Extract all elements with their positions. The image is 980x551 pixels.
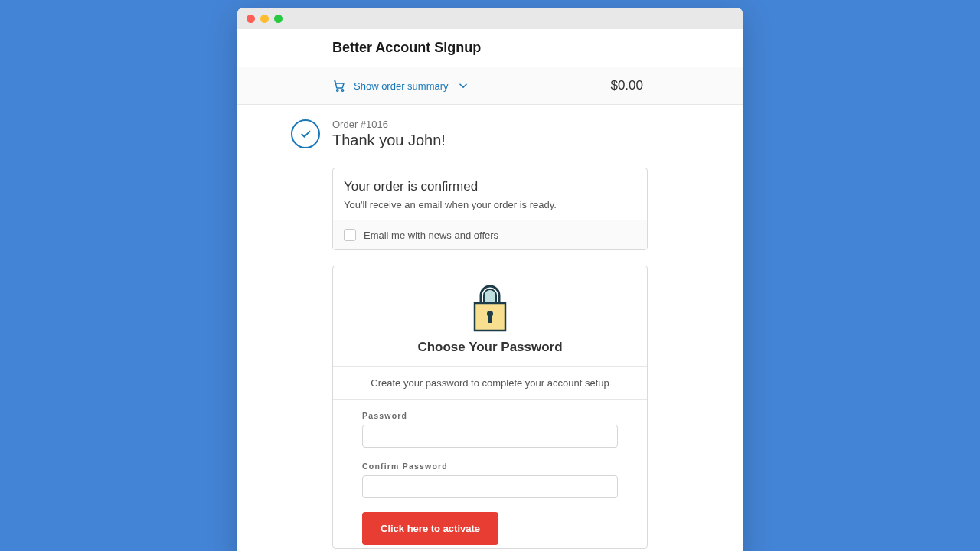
password-label: Password: [362, 411, 618, 420]
order-confirmed-card: Your order is confirmed You'll receive a…: [332, 168, 648, 250]
maximize-icon[interactable]: [274, 15, 283, 23]
newsletter-row: Email me with news and offers: [333, 220, 647, 249]
app-window: Better Account Signup Show order summary…: [237, 8, 743, 551]
svg-point-1: [341, 90, 343, 91]
order-total: $0.00: [610, 78, 724, 93]
password-title: Choose Your Password: [344, 340, 636, 355]
confirm-password-label: Confirm Password: [362, 461, 618, 471]
order-summary-label: Show order summary: [354, 80, 449, 92]
password-card: Choose Your Password Create your passwor…: [332, 266, 648, 549]
svg-point-0: [337, 90, 338, 91]
chevron-down-icon: [456, 79, 470, 93]
checkmark-icon: [291, 119, 320, 148]
page-title: Better Account Signup: [332, 40, 743, 56]
cart-icon: [332, 79, 346, 93]
thank-you-block: Order #1016 Thank you John!: [237, 105, 743, 160]
order-summary-bar: Show order summary $0.00: [237, 67, 743, 105]
page-header: Better Account Signup: [237, 29, 743, 67]
newsletter-label: Email me with news and offers: [364, 230, 498, 241]
thank-you-text: Order #1016 Thank you John!: [332, 119, 446, 149]
activate-button[interactable]: Click here to activate: [362, 512, 498, 545]
confirmed-title: Your order is confirmed: [344, 179, 636, 194]
newsletter-checkbox[interactable]: [344, 229, 356, 241]
order-summary-toggle[interactable]: Show order summary: [332, 79, 470, 93]
confirm-password-input[interactable]: [362, 475, 618, 498]
window-titlebar: [237, 8, 743, 29]
lock-icon: [344, 282, 636, 332]
thank-you-heading: Thank you John!: [332, 132, 446, 149]
svg-rect-4: [488, 315, 492, 323]
order-number: Order #1016: [332, 119, 446, 130]
password-form: Password Confirm Password Click here to …: [333, 400, 647, 548]
minimize-icon[interactable]: [260, 15, 269, 23]
main-column: Your order is confirmed You'll receive a…: [237, 160, 743, 551]
password-subtitle: Create your password to complete your ac…: [333, 366, 647, 400]
close-icon[interactable]: [247, 15, 255, 23]
confirmed-subtitle: You'll receive an email when your order …: [344, 199, 636, 210]
password-input[interactable]: [362, 425, 618, 448]
